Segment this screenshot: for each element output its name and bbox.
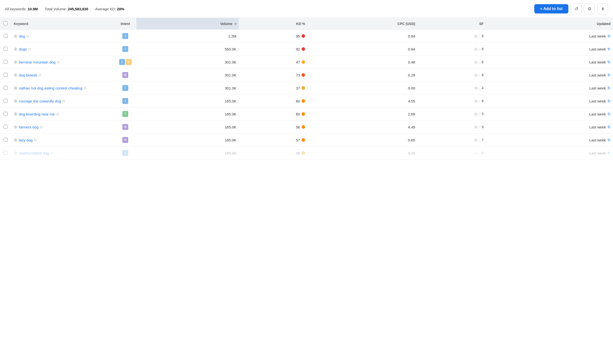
kd-cell: 60: [239, 108, 307, 121]
sf-serp-icon[interactable]: ⊟: [474, 86, 477, 90]
kd-indicator: [302, 99, 305, 103]
intent-cell: IC: [114, 56, 136, 69]
serp-icon[interactable]: ⊟: [28, 47, 31, 51]
serp-icon[interactable]: ⊟: [26, 34, 29, 38]
serp-icon[interactable]: ⊟: [51, 151, 53, 155]
kd-indicator: [302, 86, 305, 90]
keyword-link[interactable]: courage the cowardly dog: [19, 99, 61, 103]
add-to-list-button[interactable]: + Add to list: [534, 4, 568, 13]
row-refresh-icon[interactable]: ↻: [607, 34, 611, 39]
top-bar: All keywords: 10.9M Total Volume: 245,58…: [0, 0, 613, 18]
kd-value: 73: [296, 73, 300, 77]
add-keyword-icon[interactable]: ⊕: [14, 46, 17, 52]
row-checkbox[interactable]: [4, 60, 8, 64]
keyword-cell: ⊕ dog breeds ⊟: [11, 69, 114, 82]
row-checkbox[interactable]: [4, 34, 8, 38]
table-row: ⊕ dog ⊟ I1.2M 95 0.84 ⊟ | 8 Last week ↻: [0, 30, 613, 43]
table-header-row: Keyword Intent Volume ≡ KD % CPC (USD) S…: [0, 18, 613, 30]
sf-value: 7: [480, 138, 483, 142]
updated-text: Last week: [589, 99, 606, 103]
row-refresh-icon[interactable]: ↻: [607, 73, 611, 78]
kd-indicator: [302, 73, 305, 77]
keyword-link[interactable]: dog boarding near me: [19, 112, 55, 116]
table-row: ⊕ dogs ⊟ I550.0K 92 0.84 ⊟ | 8 Last week…: [0, 43, 613, 56]
row-refresh-icon[interactable]: ↻: [607, 112, 611, 117]
updated-cell: Last week ↻: [486, 108, 613, 121]
serp-icon[interactable]: ⊟: [84, 86, 87, 90]
keyword-link[interactable]: newfoundland dog: [19, 151, 49, 155]
sf-serp-icon[interactable]: ⊟: [474, 99, 477, 103]
volume-cell: 165.0K: [136, 95, 239, 108]
row-checkbox[interactable]: [4, 112, 8, 116]
keyword-link[interactable]: nathan hot dog eating contest cheating: [19, 86, 82, 90]
serp-icon[interactable]: ⊟: [57, 60, 60, 64]
add-keyword-icon[interactable]: ⊕: [14, 137, 17, 143]
keyword-cell: ⊕ courage the cowardly dog ⊟: [11, 95, 114, 108]
sf-serp-icon[interactable]: ⊟: [474, 73, 477, 77]
refresh-button[interactable]: ↺: [571, 3, 582, 14]
cpc-cell: 0.84: [307, 43, 417, 56]
cpc-cell: 0.26: [307, 147, 417, 160]
settings-button[interactable]: ⚙: [584, 3, 595, 14]
serp-icon[interactable]: ⊟: [40, 125, 43, 129]
sf-serp-icon[interactable]: ⊟: [474, 125, 477, 129]
keyword-link[interactable]: lazy dog: [19, 138, 33, 142]
row-checkbox[interactable]: [4, 99, 8, 103]
table-row: ⊕ lazy dog ⊟ N165.0K 57 0.65 ⊟ | 7 Last …: [0, 134, 613, 147]
keyword-link[interactable]: farmers dog: [19, 125, 39, 129]
serp-icon[interactable]: ⊟: [39, 73, 41, 77]
row-refresh-icon[interactable]: ↻: [607, 151, 611, 156]
cpc-cell: 0.00: [307, 82, 417, 95]
add-keyword-icon[interactable]: ⊕: [14, 111, 17, 117]
add-keyword-icon[interactable]: ⊕: [14, 150, 17, 156]
cpc-cell: 0.65: [307, 134, 417, 147]
sf-value: 5: [480, 112, 483, 116]
keyword-link[interactable]: dog: [19, 34, 25, 38]
col-header-kd: KD %: [239, 18, 307, 30]
row-refresh-icon[interactable]: ↻: [607, 47, 611, 52]
sf-cell: ⊟ | 9: [417, 147, 486, 160]
sf-serp-icon[interactable]: ⊟: [474, 60, 477, 64]
row-refresh-icon[interactable]: ↻: [607, 125, 611, 130]
add-keyword-icon[interactable]: ⊕: [14, 124, 17, 130]
intent-cell: N: [114, 134, 136, 147]
sf-serp-icon[interactable]: ⊟: [474, 138, 477, 142]
row-refresh-icon[interactable]: ↻: [607, 99, 611, 104]
row-checkbox[interactable]: [4, 151, 8, 155]
total-volume-stat: Total Volume: 245,583,830: [45, 7, 88, 11]
add-keyword-icon[interactable]: ⊕: [14, 33, 17, 39]
row-checkbox[interactable]: [4, 73, 8, 77]
select-all-checkbox[interactable]: [4, 21, 8, 25]
add-keyword-icon[interactable]: ⊕: [14, 85, 17, 91]
row-checkbox[interactable]: [4, 138, 8, 142]
keyword-link[interactable]: dogs: [19, 47, 27, 51]
serp-icon[interactable]: ⊟: [34, 138, 37, 142]
row-refresh-icon[interactable]: ↻: [607, 60, 611, 65]
row-refresh-icon[interactable]: ↻: [607, 86, 611, 91]
sf-serp-icon[interactable]: ⊟: [474, 47, 477, 51]
keyword-link[interactable]: dog breeds: [19, 73, 37, 77]
row-refresh-icon[interactable]: ↻: [607, 138, 611, 143]
export-button[interactable]: ⬆: [597, 3, 608, 14]
sf-serp-icon[interactable]: ⊟: [474, 34, 477, 38]
row-checkbox-cell: [0, 69, 11, 82]
row-checkbox[interactable]: [4, 47, 8, 51]
add-keyword-icon[interactable]: ⊕: [14, 59, 17, 65]
col-header-volume[interactable]: Volume ≡: [136, 18, 239, 30]
volume-label: Volume: [220, 22, 233, 26]
intent-cell: T: [114, 108, 136, 121]
keyword-link[interactable]: bernese mountain dog: [19, 60, 55, 64]
cpc-cell: 0.84: [307, 30, 417, 43]
serp-icon[interactable]: ⊟: [56, 112, 59, 116]
updated-text: Last week: [589, 60, 606, 64]
intent-cell: I: [114, 30, 136, 43]
sf-serp-icon[interactable]: ⊟: [474, 112, 477, 116]
kd-indicator: [302, 47, 305, 51]
sf-serp-icon[interactable]: ⊟: [474, 151, 477, 155]
row-checkbox[interactable]: [4, 125, 8, 129]
add-keyword-icon[interactable]: ⊕: [14, 98, 17, 104]
serp-icon[interactable]: ⊟: [63, 99, 65, 103]
row-checkbox[interactable]: [4, 86, 8, 90]
avg-kd-value: 28%: [117, 7, 124, 11]
add-keyword-icon[interactable]: ⊕: [14, 72, 17, 78]
